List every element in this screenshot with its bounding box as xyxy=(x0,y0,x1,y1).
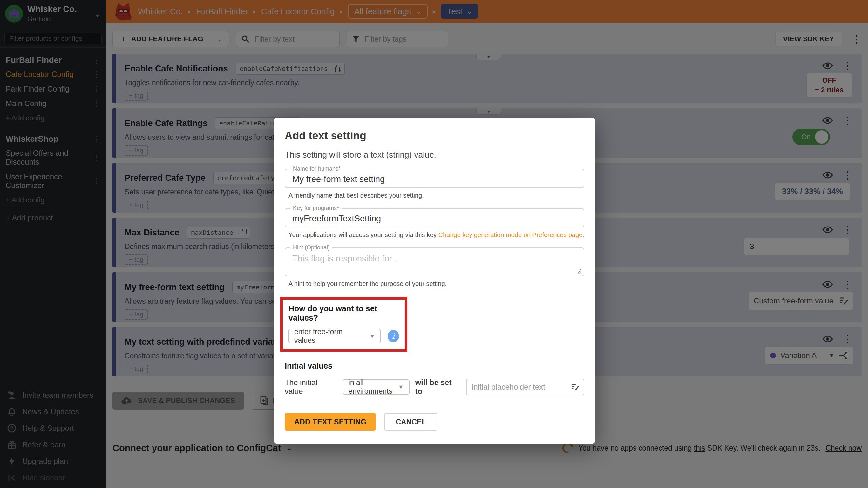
caret-down-icon: ▼ xyxy=(394,384,404,391)
key-field: Key for programs* xyxy=(285,208,584,227)
highlight-red-box: How do you want to set values? enter fre… xyxy=(280,297,407,352)
hint-field-label: Hint (Optional) xyxy=(290,244,332,251)
add-text-setting-modal: Add text setting This setting will store… xyxy=(274,118,595,444)
hint-field: Hint (Optional) xyxy=(285,247,584,276)
values-section-heading: How do you want to set values? xyxy=(288,304,399,323)
environment-scope-select[interactable]: in all environments ▼ xyxy=(343,379,409,395)
key-helper-text: Your applications will access your setti… xyxy=(288,231,438,239)
modal-subtitle: This setting will store a text (string) … xyxy=(285,150,584,160)
initial-sentence-mid: will be set to xyxy=(415,378,460,396)
change-key-generation-link[interactable]: Change key generation mode on Preference… xyxy=(438,231,584,239)
modal-title: Add text setting xyxy=(285,129,584,142)
initial-values-heading: Initial values xyxy=(285,361,584,370)
value-mode-select[interactable]: enter free-form values ▼ xyxy=(288,329,381,343)
name-field: Name for humans* xyxy=(285,169,584,188)
initial-value-field xyxy=(466,379,584,395)
name-helper-text: A friendly name that best describes your… xyxy=(288,192,584,199)
initial-value-input[interactable] xyxy=(471,382,571,392)
info-icon[interactable]: i xyxy=(388,330,399,342)
cancel-button[interactable]: CANCEL xyxy=(384,413,437,431)
add-text-setting-button[interactable]: ADD TEXT SETTING xyxy=(285,413,376,431)
key-field-label: Key for programs* xyxy=(290,205,342,212)
resize-handle-icon[interactable] xyxy=(576,269,581,274)
hint-helper-text: A hint to help you remember the purpose … xyxy=(288,280,584,287)
edit-value-icon xyxy=(571,383,579,391)
caret-down-icon: ▼ xyxy=(365,333,375,340)
name-field-label: Name for humans* xyxy=(290,165,343,172)
hint-textarea[interactable] xyxy=(285,248,584,276)
initial-sentence-prefix: The initial value xyxy=(285,378,337,396)
